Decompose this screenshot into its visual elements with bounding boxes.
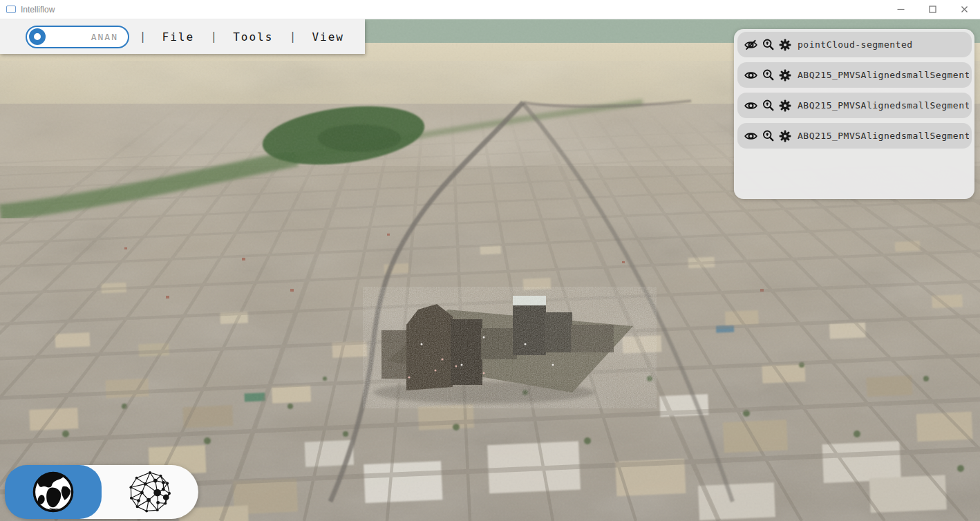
- layer-label: ABQ215_PMVSAlignedsmallSegmentedL: [798, 131, 969, 141]
- layer-settings-icon: [779, 69, 791, 82]
- visibility-toggle-button[interactable]: [744, 129, 757, 143]
- layer-settings-icon: [779, 39, 791, 51]
- layer-label: ABQ215_PMVSAlignedsmallSegmented: [798, 70, 969, 80]
- layer-settings-button[interactable]: [778, 99, 792, 113]
- visibility-toggle-button[interactable]: [744, 99, 757, 113]
- menu-separator: |: [211, 30, 217, 43]
- layer-row: ABQ215_PMVSAlignedsmallSegmentedL: [737, 123, 972, 149]
- zoom-to-layer-button[interactable]: [761, 68, 775, 82]
- globe-view-button[interactable]: [5, 465, 102, 519]
- menu-view[interactable]: View: [312, 30, 344, 44]
- menu-tools[interactable]: Tools: [233, 30, 273, 44]
- layer-settings-icon: [779, 130, 791, 142]
- layer-settings-button[interactable]: [778, 38, 792, 52]
- menu-bar: ANAN | File | Tools | View: [0, 19, 365, 54]
- visibility-on-icon: [744, 70, 757, 81]
- brand-button[interactable]: ANAN: [26, 26, 129, 48]
- view-mode-toggle: [5, 465, 198, 519]
- zoom-to-layer-button[interactable]: [761, 38, 775, 52]
- minimize-icon: [897, 6, 905, 13]
- menu-items: | File | Tools | View: [140, 30, 344, 44]
- maximize-icon: [929, 6, 936, 13]
- visibility-off-icon: [744, 39, 757, 50]
- brand-label: ANAN: [91, 32, 118, 42]
- network-sphere-icon: [129, 471, 171, 513]
- zoom-to-layer-icon: [762, 69, 774, 81]
- close-button[interactable]: [948, 0, 980, 19]
- visibility-on-icon: [744, 100, 757, 111]
- brand-logo-icon: [29, 28, 46, 45]
- visibility-toggle-button[interactable]: [744, 68, 757, 82]
- globe-icon: [32, 471, 75, 513]
- layer-settings-button[interactable]: [778, 68, 792, 82]
- title-bar: Intelliflow: [0, 0, 980, 19]
- layer-settings-button[interactable]: [778, 129, 792, 143]
- layer-row: pointCloud-segmented: [737, 32, 972, 57]
- menu-separator: |: [140, 30, 146, 43]
- zoom-to-layer-button[interactable]: [761, 129, 775, 143]
- layer-row: ABQ215_PMVSAlignedsmallSegmented: [737, 62, 972, 88]
- zoom-to-layer-icon: [762, 39, 774, 50]
- zoom-to-layer-button[interactable]: [761, 99, 775, 113]
- close-icon: [961, 6, 968, 13]
- zoom-to-layer-icon: [762, 130, 774, 142]
- layers-panel: pointCloud-segmented: [734, 29, 974, 199]
- layer-settings-icon: [779, 100, 791, 112]
- visibility-on-icon: [744, 131, 757, 142]
- layer-row: ABQ215_PMVSAlignedsmallSegmented_: [737, 93, 972, 118]
- layer-label: ABQ215_PMVSAlignedsmallSegmented_: [798, 100, 969, 111]
- window-controls: [885, 0, 980, 19]
- menu-separator: |: [290, 30, 296, 43]
- zoom-to-layer-icon: [762, 100, 774, 111]
- app-window-icon: [6, 6, 16, 13]
- visibility-toggle-button[interactable]: [744, 38, 757, 52]
- minimize-button[interactable]: [885, 0, 916, 19]
- network-view-button[interactable]: [102, 465, 198, 519]
- menu-file[interactable]: File: [162, 30, 195, 44]
- maximize-button[interactable]: [916, 0, 948, 19]
- layer-label: pointCloud-segmented: [798, 39, 913, 50]
- window-title: Intelliflow: [21, 5, 55, 15]
